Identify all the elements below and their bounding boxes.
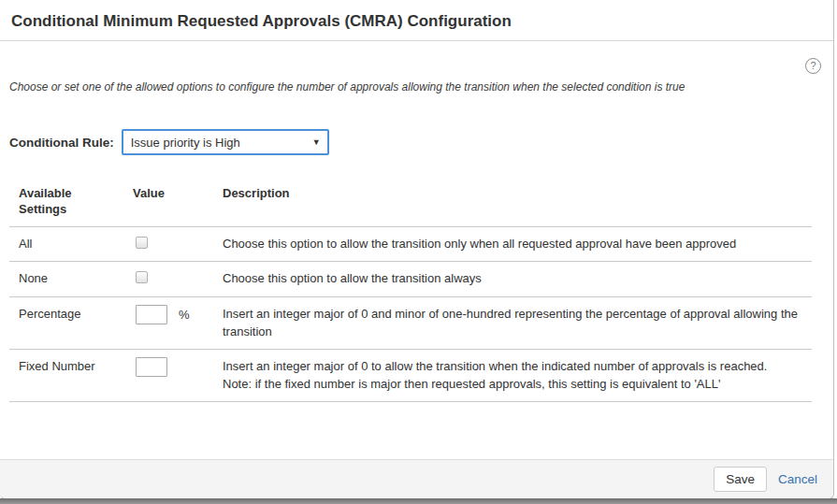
conditional-rule-select[interactable]: Issue priority is High [122, 129, 329, 155]
dialog-title: Conditional Minimum Requested Approvals … [11, 12, 822, 31]
description-none: Choose this option to allow the transiti… [213, 262, 812, 297]
table-row-percentage: Percentage % Insert an integer major of … [9, 296, 812, 349]
table-header-row: Available Settings Value Description [9, 178, 812, 226]
dialog-description: Choose or set one of the allowed options… [9, 80, 833, 94]
dialog-header: Conditional Minimum Requested Approvals … [0, 0, 833, 41]
description-all: Choose this option to allow the transiti… [213, 226, 812, 262]
window-bottom-edge [0, 498, 837, 504]
header-description: Description [213, 178, 812, 226]
percentage-input[interactable] [136, 305, 167, 324]
cmra-configuration-dialog: Conditional Minimum Requested Approvals … [0, 0, 834, 499]
setting-label-percentage: Percentage [9, 296, 126, 349]
fixed-number-description-line: Insert an integer major of 0 to allow th… [223, 357, 802, 376]
settings-table: Available Settings Value Description All… [9, 178, 812, 402]
description-fixed-number: Insert an integer major of 0 to allow th… [213, 349, 812, 401]
percentage-suffix: % [179, 308, 190, 322]
cancel-link[interactable]: Cancel [778, 472, 817, 486]
description-percentage: Insert an integer major of 0 and minor o… [213, 296, 812, 349]
conditional-rule-row: Conditional Rule: Issue priority is High… [9, 129, 833, 155]
table-row-all: All Choose this option to allow the tran… [9, 226, 812, 262]
header-available-settings: Available Settings [9, 178, 126, 226]
setting-label-none: None [9, 262, 126, 297]
fixed-number-note-line: Note: if the fixed number is major then … [223, 375, 802, 394]
setting-label-fixed-number: Fixed Number [9, 349, 126, 401]
dialog-footer: Save Cancel [0, 459, 833, 498]
dialog-body: Choose or set one of the allowed options… [0, 80, 833, 402]
table-row-none: None Choose this option to allow the tra… [9, 262, 812, 297]
none-checkbox[interactable] [136, 271, 148, 283]
setting-label-all: All [9, 226, 126, 262]
header-value: Value [126, 178, 213, 226]
all-checkbox[interactable] [136, 237, 148, 249]
conditional-rule-label: Conditional Rule: [9, 136, 114, 150]
table-row-fixed-number: Fixed Number Insert an integer major of … [9, 349, 812, 401]
help-icon[interactable]: ? [805, 58, 821, 74]
conditional-rule-select-wrap: Issue priority is High ▼ [122, 129, 329, 155]
save-button[interactable]: Save [714, 467, 767, 492]
fixed-number-input[interactable] [136, 357, 167, 377]
